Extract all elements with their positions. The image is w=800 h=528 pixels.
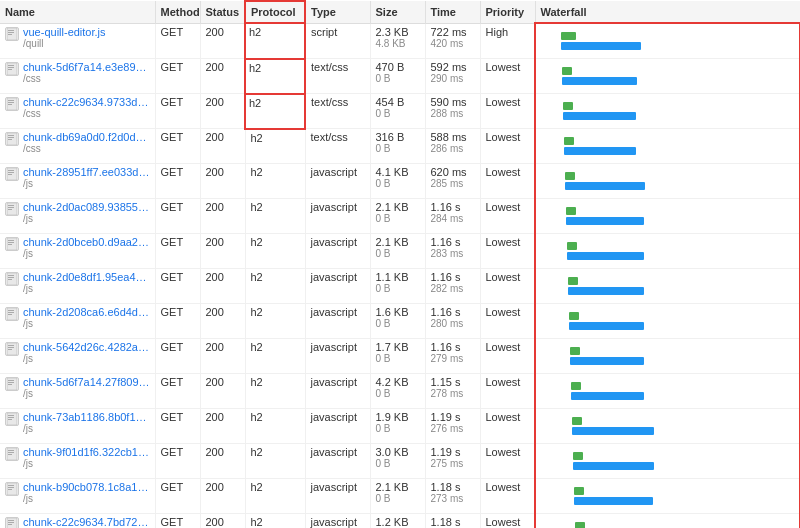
cell-method: GET [155,444,200,479]
svg-rect-27 [8,244,12,245]
status-value: 200 [206,131,224,143]
cell-status: 200 [200,234,245,269]
size-primary: 1.7 KB [376,341,420,353]
time-secondary: 283 ms [431,248,475,259]
time-secondary: 279 ms [431,353,475,364]
cell-size: 1.6 KB0 B [370,304,425,339]
status-value: 200 [206,26,224,38]
table-row[interactable]: chunk-b90cb078.1c8a1dfa.js /js GET200h2j… [0,479,800,514]
status-value: 200 [206,341,224,353]
file-path: /js [23,353,151,364]
col-header-size[interactable]: Size [370,1,425,23]
cell-size: 2.1 KB0 B [370,234,425,269]
table-row[interactable]: chunk-c22c9634.7bd7262f.js /js GET200h2j… [0,514,800,529]
time-primary: 588 ms [431,131,475,143]
svg-rect-54 [8,487,14,488]
waterfall-bar-group [541,237,794,265]
waterfall-bar-group [541,167,794,195]
svg-rect-42 [8,382,14,383]
size-primary: 470 B [376,61,420,73]
col-header-priority[interactable]: Priority [480,1,535,23]
table-row[interactable]: chunk-5d6f7a14.27f809f0.js /js GET200h2j… [0,374,800,409]
size-secondary: 0 B [376,108,420,119]
priority-value: Lowest [486,61,521,73]
cell-waterfall [535,444,800,479]
time-primary: 1.16 s [431,306,475,318]
status-value: 200 [206,481,224,493]
svg-rect-11 [8,104,12,105]
waterfall-bar-green [562,67,572,75]
col-header-method[interactable]: Method [155,1,200,23]
svg-rect-35 [8,314,12,315]
cell-protocol: h2 [245,304,305,339]
file-icon [5,97,19,111]
table-row[interactable]: chunk-2d0ac089.93855ae2.js /js GET200h2j… [0,199,800,234]
table-row[interactable]: chunk-2d0bceb0.d9aa2d80.js /js GET200h2j… [0,234,800,269]
svg-rect-3 [8,34,12,35]
waterfall-bar-green [565,172,575,180]
cell-name: chunk-2d0ac089.93855ae2.js /js [0,199,155,234]
priority-value: Lowest [486,96,521,108]
method-value: GET [161,516,184,528]
table-row[interactable]: chunk-28951ff7.ee033d4b.js /js GET200h2j… [0,164,800,199]
cell-name: chunk-db69a0d0.f2d0d572.... /css [0,129,155,164]
cell-status: 200 [200,23,245,59]
protocol-value: h2 [251,271,263,283]
type-value: javascript [311,446,357,458]
col-header-status[interactable]: Status [200,1,245,23]
cell-name: chunk-2d208ca6.e6d4deb3.js /js [0,304,155,339]
waterfall-bar-blue [564,147,636,155]
type-value: javascript [311,516,357,528]
col-header-waterfall[interactable]: Waterfall [535,1,800,23]
waterfall-bar-blue [562,77,637,85]
time-secondary: 275 ms [431,458,475,469]
status-value: 200 [206,166,224,178]
table-row[interactable]: chunk-9f01d1f6.322cb1ad.js /js GET200h2j… [0,444,800,479]
time-primary: 1.19 s [431,446,475,458]
table-row[interactable]: chunk-2d0e8df1.95ea41d1.js /js GET200h2j… [0,269,800,304]
svg-rect-31 [8,279,12,280]
method-value: GET [161,411,184,423]
cell-priority: Lowest [480,129,535,164]
col-header-type[interactable]: Type [305,1,370,23]
table-row[interactable]: vue-quill-editor.js /quill GET200h2scrip… [0,23,800,59]
cell-time: 1.16 s280 ms [425,304,480,339]
size-secondary: 0 B [376,213,420,224]
cell-priority: Lowest [480,164,535,199]
cell-method: GET [155,304,200,339]
col-header-name[interactable]: Name [0,1,155,23]
col-header-protocol[interactable]: Protocol [245,1,305,23]
cell-name: chunk-2d0e8df1.95ea41d1.js /js [0,269,155,304]
table-row[interactable]: chunk-c22c9634.9733d108.... /css GET200h… [0,94,800,129]
priority-value: Lowest [486,411,521,423]
table-row[interactable]: chunk-5d6f7a14.e3e89637.... /css GET200h… [0,59,800,94]
cell-method: GET [155,514,200,529]
table-row[interactable]: chunk-73ab1186.8b0f1c7d.js /js GET200h2j… [0,409,800,444]
file-path: /css [23,73,151,84]
method-value: GET [161,481,184,493]
cell-method: GET [155,129,200,164]
table-row[interactable]: chunk-5642d26c.4282ab4b.js /js GET200h2j… [0,339,800,374]
cell-size: 1.7 KB0 B [370,339,425,374]
waterfall-bar-group [541,482,794,510]
waterfall-bar-blue [571,392,644,400]
file-icon [5,342,19,356]
status-value: 200 [206,96,224,108]
svg-rect-39 [8,349,12,350]
cell-priority: Lowest [480,59,535,94]
table-row[interactable]: chunk-db69a0d0.f2d0d572.... /css GET200h… [0,129,800,164]
time-secondary: 288 ms [431,108,475,119]
table-row[interactable]: chunk-2d208ca6.e6d4deb3.js /js GET200h2j… [0,304,800,339]
time-primary: 590 ms [431,96,475,108]
cell-time: 1.16 s282 ms [425,269,480,304]
size-secondary: 0 B [376,388,420,399]
file-icon [5,412,19,426]
cell-status: 200 [200,129,245,164]
protocol-value: h2 [251,132,263,144]
col-header-time[interactable]: Time [425,1,480,23]
cell-time: 1.15 s278 ms [425,374,480,409]
method-value: GET [161,236,184,248]
cell-status: 200 [200,479,245,514]
file-path: /js [23,213,151,224]
priority-value: Lowest [486,376,521,388]
